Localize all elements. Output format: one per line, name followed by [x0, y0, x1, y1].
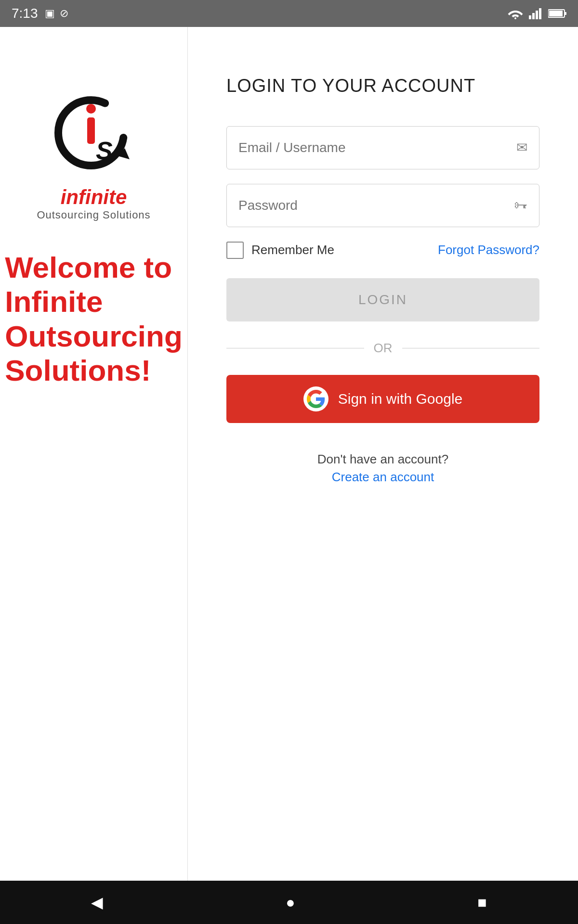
email-input-wrapper[interactable]: ✉ — [226, 126, 539, 169]
logo-graphic: S — [40, 75, 146, 181]
logo-text: infinite Outsourcing Solutions — [37, 186, 150, 221]
google-signin-button[interactable]: Sign in with Google — [226, 375, 539, 423]
status-bar-right — [508, 8, 566, 19]
status-bar: 7:13 ▣ ⊘ — [0, 0, 578, 27]
or-line-right — [402, 348, 540, 348]
remember-row: Remember Me Forgot Password? — [226, 242, 539, 259]
remember-left: Remember Me — [226, 242, 334, 259]
remember-label: Remember Me — [251, 243, 334, 257]
password-input-group: 🗝 — [226, 184, 539, 227]
svg-point-0 — [514, 17, 516, 19]
svg-rect-1 — [529, 15, 531, 19]
svg-rect-11 — [87, 117, 95, 144]
home-icon[interactable]: ● — [286, 894, 295, 911]
or-divider: OR — [226, 341, 539, 356]
signal-icon — [529, 8, 542, 19]
email-icon: ✉ — [516, 140, 527, 155]
svg-rect-3 — [536, 11, 538, 19]
logo-container: S infinite Outsourcing Solutions — [37, 75, 150, 221]
password-input-wrapper[interactable]: 🗝 — [226, 184, 539, 227]
wifi-icon — [508, 8, 523, 19]
or-line-left — [226, 348, 364, 348]
google-icon-wrapper — [303, 386, 328, 411]
nav-bar: ◀ ● ■ — [0, 881, 578, 924]
status-icons: ▣ ⊘ — [45, 7, 68, 20]
status-time: 7:13 — [12, 6, 38, 21]
blocked-icon: ⊘ — [60, 7, 68, 20]
login-button[interactable]: LOGIN — [226, 278, 539, 321]
main-content: S infinite Outsourcing Solutions Welcome… — [0, 27, 578, 881]
google-g-icon — [307, 390, 325, 408]
sim-icon: ▣ — [45, 7, 55, 20]
or-text: OR — [374, 341, 393, 356]
svg-rect-6 — [549, 11, 563, 16]
svg-rect-7 — [565, 12, 566, 15]
create-account-link[interactable]: Create an account — [226, 470, 539, 485]
email-input[interactable] — [238, 140, 484, 155]
svg-rect-4 — [539, 8, 541, 19]
recent-icon[interactable]: ■ — [477, 894, 486, 911]
google-button-text: Sign in with Google — [338, 391, 463, 407]
left-panel: S infinite Outsourcing Solutions Welcome… — [0, 27, 188, 881]
password-icon: 🗝 — [514, 197, 527, 213]
signup-section: Don't have an account? Create an account — [226, 452, 539, 485]
login-title: LOGIN TO YOUR ACCOUNT — [226, 75, 539, 97]
email-input-group: ✉ — [226, 126, 539, 169]
forgot-password-link[interactable]: Forgot Password? — [438, 243, 539, 257]
back-icon[interactable]: ◀ — [91, 893, 103, 911]
battery-icon — [548, 9, 566, 18]
right-panel: LOGIN TO YOUR ACCOUNT ✉ 🗝 Remember Me Fo… — [188, 27, 578, 881]
no-account-text: Don't have an account? — [226, 452, 539, 467]
svg-rect-2 — [532, 13, 535, 19]
status-bar-left: 7:13 ▣ ⊘ — [12, 6, 68, 21]
svg-point-10 — [86, 104, 96, 114]
svg-text:S: S — [96, 137, 113, 165]
logo-brand-name: infinite — [37, 186, 150, 209]
remember-checkbox[interactable] — [226, 242, 244, 259]
logo-subtitle: Outsourcing Solutions — [37, 209, 150, 221]
password-input[interactable] — [238, 198, 484, 213]
welcome-text: Welcome to Infinite Outsourcing Solution… — [0, 250, 202, 387]
